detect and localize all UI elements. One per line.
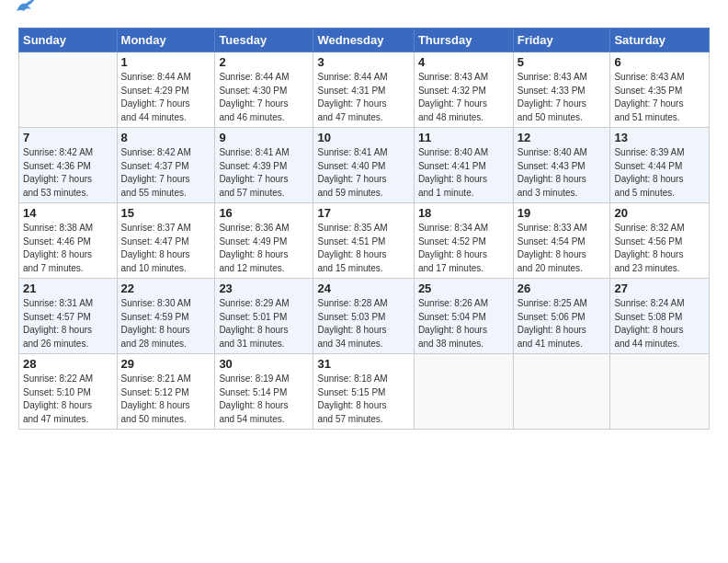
day-number: 3 — [317, 55, 409, 69]
day-info: Sunrise: 8:40 AM Sunset: 4:43 PM Dayligh… — [518, 146, 607, 200]
day-info: Sunrise: 8:26 AM Sunset: 5:04 PM Dayligh… — [418, 297, 509, 350]
day-number: 8 — [121, 131, 211, 144]
day-number: 9 — [219, 131, 309, 144]
calendar-cell: 9Sunrise: 8:41 AM Sunset: 4:39 PM Daylig… — [215, 128, 313, 203]
calendar-cell: 7Sunrise: 8:42 AM Sunset: 4:36 PM Daylig… — [19, 128, 118, 203]
day-info: Sunrise: 8:44 AM Sunset: 4:30 PM Dayligh… — [219, 71, 309, 124]
day-info: Sunrise: 8:41 AM Sunset: 4:40 PM Dayligh… — [317, 146, 409, 200]
day-number: 1 — [121, 55, 211, 69]
calendar-cell — [19, 52, 118, 128]
week-row-2: 7Sunrise: 8:42 AM Sunset: 4:36 PM Daylig… — [19, 128, 710, 203]
day-number: 30 — [219, 357, 309, 371]
day-info: Sunrise: 8:31 AM Sunset: 4:57 PM Dayligh… — [23, 297, 113, 350]
day-info: Sunrise: 8:36 AM Sunset: 4:49 PM Dayligh… — [219, 222, 309, 275]
day-info: Sunrise: 8:19 AM Sunset: 5:14 PM Dayligh… — [219, 373, 309, 426]
day-info: Sunrise: 8:39 AM Sunset: 4:44 PM Dayligh… — [614, 146, 705, 200]
calendar-cell: 14Sunrise: 8:38 AM Sunset: 4:46 PM Dayli… — [19, 203, 118, 279]
calendar-cell: 2Sunrise: 8:44 AM Sunset: 4:30 PM Daylig… — [215, 52, 313, 128]
calendar-cell: 5Sunrise: 8:43 AM Sunset: 4:33 PM Daylig… — [513, 52, 610, 128]
day-number: 4 — [418, 55, 509, 69]
day-number: 13 — [614, 131, 705, 144]
calendar-cell: 11Sunrise: 8:40 AM Sunset: 4:41 PM Dayli… — [414, 128, 513, 203]
day-info: Sunrise: 8:22 AM Sunset: 5:10 PM Dayligh… — [23, 373, 113, 426]
day-info: Sunrise: 8:21 AM Sunset: 5:12 PM Dayligh… — [121, 373, 211, 426]
weekday-header-saturday: Saturday — [610, 29, 710, 52]
weekday-header-sunday: Sunday — [19, 29, 118, 52]
day-number: 15 — [121, 206, 211, 220]
calendar-cell: 26Sunrise: 8:25 AM Sunset: 5:06 PM Dayli… — [513, 279, 610, 354]
weekday-header-friday: Friday — [513, 29, 610, 52]
day-info: Sunrise: 8:44 AM Sunset: 4:29 PM Dayligh… — [121, 71, 211, 124]
calendar-cell: 1Sunrise: 8:44 AM Sunset: 4:29 PM Daylig… — [117, 52, 215, 128]
calendar-cell: 24Sunrise: 8:28 AM Sunset: 5:03 PM Dayli… — [313, 279, 414, 354]
calendar-cell — [610, 354, 710, 430]
day-info: Sunrise: 8:18 AM Sunset: 5:15 PM Dayligh… — [317, 373, 409, 426]
week-row-4: 21Sunrise: 8:31 AM Sunset: 4:57 PM Dayli… — [19, 279, 710, 354]
header — [18, 15, 710, 18]
calendar-cell: 25Sunrise: 8:26 AM Sunset: 5:04 PM Dayli… — [414, 279, 513, 354]
calendar-cell: 10Sunrise: 8:41 AM Sunset: 4:40 PM Dayli… — [313, 128, 414, 203]
day-info: Sunrise: 8:44 AM Sunset: 4:31 PM Dayligh… — [317, 71, 409, 124]
logo — [18, 15, 35, 18]
day-number: 29 — [121, 357, 211, 371]
day-number: 22 — [121, 282, 211, 295]
calendar-cell: 17Sunrise: 8:35 AM Sunset: 4:51 PM Dayli… — [313, 203, 414, 279]
day-info: Sunrise: 8:42 AM Sunset: 4:36 PM Dayligh… — [23, 146, 113, 200]
day-number: 31 — [317, 357, 409, 371]
calendar-cell — [414, 354, 513, 430]
day-info: Sunrise: 8:34 AM Sunset: 4:52 PM Dayligh… — [418, 222, 509, 275]
day-info: Sunrise: 8:42 AM Sunset: 4:37 PM Dayligh… — [121, 146, 211, 200]
day-info: Sunrise: 8:43 AM Sunset: 4:32 PM Dayligh… — [418, 71, 509, 124]
week-row-1: 1Sunrise: 8:44 AM Sunset: 4:29 PM Daylig… — [19, 52, 710, 128]
calendar-cell: 12Sunrise: 8:40 AM Sunset: 4:43 PM Dayli… — [513, 128, 610, 203]
calendar-cell: 20Sunrise: 8:32 AM Sunset: 4:56 PM Dayli… — [610, 203, 710, 279]
weekday-header-row: SundayMondayTuesdayWednesdayThursdayFrid… — [19, 29, 710, 52]
calendar-cell: 29Sunrise: 8:21 AM Sunset: 5:12 PM Dayli… — [117, 354, 215, 430]
day-info: Sunrise: 8:40 AM Sunset: 4:41 PM Dayligh… — [418, 146, 509, 200]
calendar-cell: 15Sunrise: 8:37 AM Sunset: 4:47 PM Dayli… — [117, 203, 215, 279]
calendar-cell: 18Sunrise: 8:34 AM Sunset: 4:52 PM Dayli… — [414, 203, 513, 279]
day-number: 27 — [614, 282, 705, 295]
calendar-cell: 6Sunrise: 8:43 AM Sunset: 4:35 PM Daylig… — [610, 52, 710, 128]
page: SundayMondayTuesdayWednesdayThursdayFrid… — [0, 0, 728, 563]
weekday-header-wednesday: Wednesday — [313, 29, 414, 52]
calendar-cell: 28Sunrise: 8:22 AM Sunset: 5:10 PM Dayli… — [19, 354, 118, 430]
week-row-3: 14Sunrise: 8:38 AM Sunset: 4:46 PM Dayli… — [19, 203, 710, 279]
day-number: 17 — [317, 206, 409, 220]
day-info: Sunrise: 8:43 AM Sunset: 4:33 PM Dayligh… — [518, 71, 607, 124]
day-number: 25 — [418, 282, 509, 295]
weekday-header-tuesday: Tuesday — [215, 29, 313, 52]
day-number: 6 — [614, 55, 705, 69]
day-info: Sunrise: 8:37 AM Sunset: 4:47 PM Dayligh… — [121, 222, 211, 275]
week-row-5: 28Sunrise: 8:22 AM Sunset: 5:10 PM Dayli… — [19, 354, 710, 430]
calendar-cell: 23Sunrise: 8:29 AM Sunset: 5:01 PM Dayli… — [215, 279, 313, 354]
day-number: 26 — [518, 282, 607, 295]
day-number: 21 — [23, 282, 113, 295]
weekday-header-thursday: Thursday — [414, 29, 513, 52]
day-number: 14 — [23, 206, 113, 220]
logo-bird-icon — [15, 0, 35, 18]
day-number: 20 — [614, 206, 705, 220]
day-number: 28 — [23, 357, 113, 371]
day-info: Sunrise: 8:30 AM Sunset: 4:59 PM Dayligh… — [121, 297, 211, 350]
calendar-cell: 22Sunrise: 8:30 AM Sunset: 4:59 PM Dayli… — [117, 279, 215, 354]
day-number: 12 — [518, 131, 607, 144]
day-info: Sunrise: 8:38 AM Sunset: 4:46 PM Dayligh… — [23, 222, 113, 275]
day-number: 7 — [23, 131, 113, 144]
calendar-cell: 8Sunrise: 8:42 AM Sunset: 4:37 PM Daylig… — [117, 128, 215, 203]
day-info: Sunrise: 8:33 AM Sunset: 4:54 PM Dayligh… — [518, 222, 607, 275]
weekday-header-monday: Monday — [117, 29, 215, 52]
day-info: Sunrise: 8:28 AM Sunset: 5:03 PM Dayligh… — [317, 297, 409, 350]
calendar-cell — [513, 354, 610, 430]
calendar-cell: 4Sunrise: 8:43 AM Sunset: 4:32 PM Daylig… — [414, 52, 513, 128]
calendar-cell: 31Sunrise: 8:18 AM Sunset: 5:15 PM Dayli… — [313, 354, 414, 430]
calendar-cell: 30Sunrise: 8:19 AM Sunset: 5:14 PM Dayli… — [215, 354, 313, 430]
calendar-cell: 27Sunrise: 8:24 AM Sunset: 5:08 PM Dayli… — [610, 279, 710, 354]
calendar-cell: 21Sunrise: 8:31 AM Sunset: 4:57 PM Dayli… — [19, 279, 118, 354]
day-number: 2 — [219, 55, 309, 69]
day-info: Sunrise: 8:43 AM Sunset: 4:35 PM Dayligh… — [614, 71, 705, 124]
day-number: 5 — [518, 55, 607, 69]
day-number: 23 — [219, 282, 309, 295]
day-info: Sunrise: 8:32 AM Sunset: 4:56 PM Dayligh… — [614, 222, 705, 275]
calendar-cell: 19Sunrise: 8:33 AM Sunset: 4:54 PM Dayli… — [513, 203, 610, 279]
